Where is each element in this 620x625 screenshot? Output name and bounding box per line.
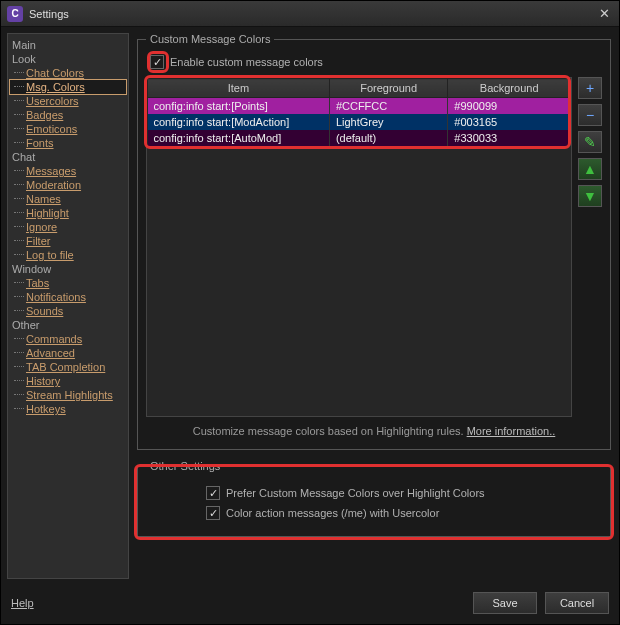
tree-category[interactable]: Look (10, 52, 126, 66)
tree-item[interactable]: Names (10, 192, 126, 206)
table-cell: #330033 (448, 130, 571, 146)
settings-tree: MainLookChat ColorsMsg. ColorsUsercolors… (7, 33, 129, 579)
group-legend: Custom Message Colors (146, 33, 274, 45)
col-background[interactable]: Background (448, 79, 571, 98)
tree-item[interactable]: Stream Highlights (10, 388, 126, 402)
move-down-button[interactable]: ▼ (578, 185, 602, 207)
tree-item[interactable]: Hotkeys (10, 402, 126, 416)
save-button[interactable]: Save (473, 592, 537, 614)
tree-item[interactable]: Fonts (10, 136, 126, 150)
colors-table-container: Item Foreground Background config:info s… (146, 77, 572, 417)
tree-item[interactable]: Commands (10, 332, 126, 346)
tree-item[interactable]: Filter (10, 234, 126, 248)
col-item[interactable]: Item (148, 79, 330, 98)
table-cell: #990099 (448, 98, 571, 115)
table-row[interactable]: config:info start:[AutoMod](default)#330… (148, 130, 571, 146)
enable-custom-colors-checkbox[interactable] (150, 55, 164, 69)
tree-item[interactable]: Emoticons (10, 122, 126, 136)
titlebar: C Settings ✕ (1, 1, 619, 27)
footer-note: Customize message colors based on Highli… (146, 417, 602, 439)
tree-item[interactable]: Usercolors (10, 94, 126, 108)
tree-item[interactable]: Sounds (10, 304, 126, 318)
tree-category[interactable]: Window (10, 262, 126, 276)
cancel-button[interactable]: Cancel (545, 592, 609, 614)
table-row[interactable]: config:info start:[Points]#CCFFCC#990099 (148, 98, 571, 115)
tree-category[interactable]: Chat (10, 150, 126, 164)
enable-custom-colors-label: Enable custom message colors (170, 56, 323, 68)
colors-table[interactable]: Item Foreground Background config:info s… (147, 78, 571, 146)
app-icon: C (7, 6, 23, 22)
tree-item[interactable]: Ignore (10, 220, 126, 234)
tree-item[interactable]: Chat Colors (10, 66, 126, 80)
other-settings-group: Other Settings Prefer Custom Message Col… (137, 460, 611, 537)
tree-category[interactable]: Other (10, 318, 126, 332)
tree-item[interactable]: Advanced (10, 346, 126, 360)
group-legend: Other Settings (146, 460, 224, 472)
color-action-messages-checkbox[interactable] (206, 506, 220, 520)
tree-item[interactable]: TAB Completion (10, 360, 126, 374)
bottom-bar: Help Save Cancel (1, 585, 619, 621)
close-icon[interactable]: ✕ (595, 6, 613, 22)
window-title: Settings (29, 8, 595, 20)
table-cell: config:info start:[Points] (148, 98, 330, 115)
col-foreground[interactable]: Foreground (329, 79, 447, 98)
tree-item[interactable]: Msg. Colors (10, 80, 126, 94)
color-action-messages-label: Color action messages (/me) with Usercol… (226, 507, 439, 519)
prefer-custom-colors-checkbox[interactable] (206, 486, 220, 500)
tree-item[interactable]: Highlight (10, 206, 126, 220)
tree-item[interactable]: Moderation (10, 178, 126, 192)
table-cell: #CCFFCC (329, 98, 447, 115)
tree-item[interactable]: Messages (10, 164, 126, 178)
more-info-link[interactable]: More information.. (467, 425, 556, 437)
tree-item[interactable]: Badges (10, 108, 126, 122)
table-cell: #003165 (448, 114, 571, 130)
move-up-button[interactable]: ▲ (578, 158, 602, 180)
remove-button[interactable]: − (578, 104, 602, 126)
table-cell: config:info start:[AutoMod] (148, 130, 330, 146)
tree-item[interactable]: History (10, 374, 126, 388)
table-cell: LightGrey (329, 114, 447, 130)
table-cell: config:info start:[ModAction] (148, 114, 330, 130)
tree-item[interactable]: Notifications (10, 290, 126, 304)
add-button[interactable]: + (578, 77, 602, 99)
prefer-custom-colors-label: Prefer Custom Message Colors over Highli… (226, 487, 485, 499)
help-link[interactable]: Help (11, 597, 34, 609)
tree-item[interactable]: Log to file (10, 248, 126, 262)
table-cell: (default) (329, 130, 447, 146)
table-row[interactable]: config:info start:[ModAction]LightGrey#0… (148, 114, 571, 130)
custom-message-colors-group: Custom Message Colors Enable custom mess… (137, 33, 611, 450)
tree-item[interactable]: Tabs (10, 276, 126, 290)
tree-category[interactable]: Main (10, 38, 126, 52)
edit-button[interactable]: ✎ (578, 131, 602, 153)
